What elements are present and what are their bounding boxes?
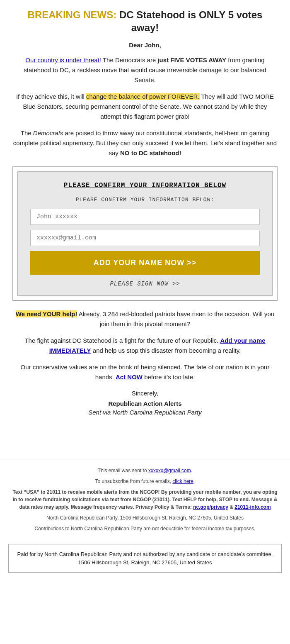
form-outer: PLEASE CONFIRM YOUR INFORMATION BELOW PL… — [12, 166, 278, 301]
sign-now-label: PLEASE SIGN NOW >> — [30, 281, 260, 287]
we-need-paragraph: We need YOUR help! Already, 3,284 red-bl… — [12, 309, 278, 329]
we-need-highlight: We need YOUR help! — [16, 310, 77, 317]
p3-start: The — [21, 129, 33, 137]
unsubscribe-suffix: . — [193, 478, 195, 484]
add-name-button[interactable]: ADD YOUR NAME NOW >> — [30, 251, 260, 275]
p2-start: If they achieve this, it will — [16, 93, 86, 100]
sent-to-prefix: This email was sent to — [98, 468, 148, 473]
footer: This email was sent to xxxxxx@gmail.com.… — [0, 459, 290, 540]
form-title: PLEASE CONFIRM YOUR INFORMATION BELOW — [30, 182, 260, 189]
footer-sent-to: This email was sent to xxxxxx@gmail.com. — [12, 467, 278, 474]
unsubscribe-prefix: To unsubscribe from future emails, — [95, 478, 173, 484]
breaking-label: BREAKING NEWS: — [28, 9, 117, 20]
conservative-end: before it's too late. — [143, 373, 195, 381]
p1-rest: The Democrats are — [101, 56, 157, 63]
name-input[interactable] — [30, 209, 260, 225]
footer-sms: Text “USA” to 21011 to receive mobile al… — [12, 488, 278, 511]
footer-contributions: Contributions to North Carolina Republic… — [12, 525, 278, 532]
paragraph-1: Our country is under threat! The Democra… — [12, 55, 278, 85]
email-input[interactable] — [30, 230, 260, 246]
sms-link2[interactable]: 21011-info.com — [234, 504, 271, 510]
form-inner: PLEASE CONFIRM YOUR INFORMATION BELOW PL… — [17, 171, 273, 296]
p3-bold: NO to DC statehood! — [120, 149, 181, 156]
sent-to-suffix: . — [191, 468, 192, 473]
salutation: Dear John, — [12, 41, 278, 49]
country-threat-link[interactable]: Our country is under threat! — [25, 56, 101, 63]
sent-to-email[interactable]: xxxxxx@gmail.com — [148, 468, 191, 473]
we-need-rest: Already, 3,284 red-blooded patriots have… — [77, 310, 274, 327]
form-subtitle: PLEASE CONFIRM YOUR INFORMATION BELOW: — [30, 197, 260, 203]
signature-name: Republican Action Alerts — [12, 400, 278, 407]
p1-bold: just FIVE VOTES AWAY — [157, 56, 226, 63]
paid-for-box: Paid for by North Carolina Republican Pa… — [8, 544, 282, 573]
sms-link1[interactable]: nc.gop/privacy — [193, 504, 228, 510]
spacer — [12, 417, 278, 451]
footer-unsubscribe: To unsubscribe from future emails, click… — [12, 478, 278, 485]
headline: BREAKING NEWS: DC Statehood is ONLY 5 vo… — [12, 8, 278, 34]
fight-start: The fight against DC Statehood is a figh… — [24, 337, 220, 344]
p3-italic: Democrats — [33, 129, 63, 137]
sincerely-text: Sincerely, — [12, 390, 278, 397]
fight-end: and help us stop this disaster from beco… — [91, 347, 241, 354]
footer-address: North Carolina Republican Party, 1506 Hi… — [12, 514, 278, 522]
headline-rest: DC Statehood is ONLY 5 votes away! — [116, 9, 262, 33]
unsubscribe-link[interactable]: click here — [172, 478, 193, 484]
paragraph-2: If they achieve this, it will change the… — [12, 92, 278, 122]
signature-subtitle: Sent via North Carolina Republican Party — [12, 409, 278, 416]
fight-paragraph: The fight against DC Statehood is a figh… — [12, 336, 278, 356]
p2-highlight: change the balance of power FOREVER. — [86, 93, 200, 100]
sms-between: & — [228, 504, 234, 510]
paragraph-3: The Democrats are poised to throw away o… — [12, 128, 278, 158]
conservative-paragraph: Our conservative values are on the brink… — [12, 362, 278, 382]
act-now-link[interactable]: Act NOW — [116, 373, 143, 381]
